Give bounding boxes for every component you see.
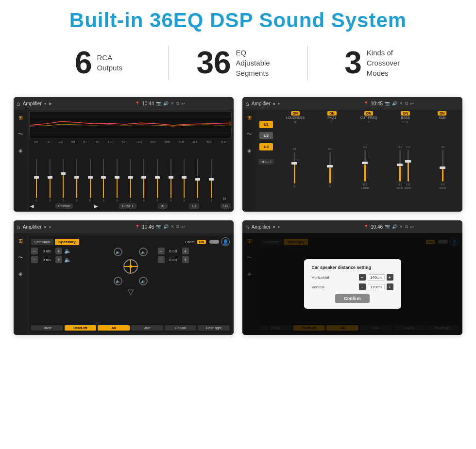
zone-all[interactable]: All <box>98 325 130 331</box>
home-icon-3[interactable]: ⌂ <box>17 223 20 231</box>
u1-btn[interactable]: U1 <box>259 121 273 128</box>
loudness-on[interactable]: ON <box>291 111 300 116</box>
dialog-horizontal-plus[interactable]: + <box>387 274 393 281</box>
phat-on[interactable]: ON <box>327 111 337 116</box>
window-icon-3[interactable]: ⧉ <box>176 224 179 230</box>
bass-f-slider[interactable] <box>399 150 401 182</box>
eq-band-8[interactable]: 0 <box>124 159 137 202</box>
avatar-icon[interactable]: 👤 <box>221 237 230 246</box>
cutfreq-on[interactable]: ON <box>364 111 374 116</box>
sidebar-fader-wave[interactable]: 〜 <box>16 252 25 262</box>
confirm-button[interactable]: Confirm <box>335 294 370 303</box>
bass-on[interactable]: ON <box>401 111 410 116</box>
sidebar-crossover-wave[interactable]: 〜 <box>244 129 254 139</box>
dot-icon-3: ■ <box>44 225 47 229</box>
phat-slider[interactable] <box>329 152 331 183</box>
close-icon-3[interactable]: ✕ <box>170 224 174 229</box>
sidebar-crossover-icon[interactable]: ⊞ <box>244 113 254 122</box>
eq-band-9[interactable]: 0 <box>137 159 150 202</box>
eq-band-13[interactable]: -1 <box>191 159 204 202</box>
back-icon-4[interactable]: ↩ <box>410 224 414 230</box>
eq-u2-btn[interactable]: U2 <box>189 203 199 209</box>
back-icon-3[interactable]: ↩ <box>181 224 185 230</box>
dialog-vertical-label: Vertical <box>312 285 336 289</box>
eq-fwd-btn[interactable]: ▶ <box>94 203 98 209</box>
u2-btn[interactable]: U2 <box>259 132 273 139</box>
screen-content-eq: ⊞ 〜 ◈ 253240506 <box>14 110 234 212</box>
zone-copilot[interactable]: Copilot <box>165 325 197 331</box>
play-icon[interactable]: ▶ <box>49 101 52 106</box>
eq-band-11[interactable]: 0 <box>165 159 177 202</box>
eq-band-more[interactable]: » <box>218 194 231 202</box>
fader-on-badge[interactable]: ON <box>197 240 206 244</box>
dialog-vertical-plus[interactable]: + <box>387 283 393 290</box>
sidebar-crossover-speaker[interactable]: ◈ <box>244 146 254 155</box>
tab-common[interactable]: Common <box>31 239 53 245</box>
close-icon-eq[interactable]: ✕ <box>170 101 174 106</box>
sidebar-wave-icon[interactable]: 〜 <box>16 129 25 139</box>
eq-band-5[interactable]: 0 <box>84 159 97 202</box>
screen-content-dialog: ⊞ 〜 ◈ Common Specialty ON 👤 <box>242 233 462 335</box>
ch-fl-minus[interactable]: − <box>31 248 38 254</box>
ch-rl-plus[interactable]: + <box>55 256 62 263</box>
eq-band-10[interactable]: 0 <box>151 159 164 202</box>
eq-u3-btn[interactable]: U3 <box>221 203 231 209</box>
zone-rearleft[interactable]: RearLeft <box>65 325 97 331</box>
eq-reset-btn[interactable]: RESET <box>119 203 136 209</box>
eq-band-14[interactable]: -1 <box>205 159 218 202</box>
ch-fr-minus[interactable]: − <box>158 248 165 254</box>
tab-specialty[interactable]: Specialty <box>55 239 79 245</box>
sub-slider[interactable] <box>442 150 443 182</box>
loudness-slider[interactable] <box>294 152 295 183</box>
sidebar-fader-cross[interactable]: ◈ <box>16 269 25 279</box>
zone-user[interactable]: User <box>131 325 163 331</box>
back-icon-eq[interactable]: ↩ <box>181 101 185 106</box>
close-icon-4[interactable]: ✕ <box>399 224 403 229</box>
sidebar-eq-icon[interactable]: ⊞ <box>16 113 25 122</box>
window-icon-2[interactable]: ⧉ <box>405 101 408 106</box>
home-icon-2[interactable]: ⌂ <box>245 100 249 107</box>
eq-u1-btn[interactable]: U1 <box>158 203 168 209</box>
u3-btn[interactable]: U3 <box>259 143 273 150</box>
dialog-vertical-minus[interactable]: − <box>359 283 366 290</box>
sidebar-fader-icon[interactable]: ⊞ <box>16 236 25 246</box>
eq-band-2[interactable]: 0 <box>44 159 56 202</box>
ch-rr-plus[interactable]: + <box>182 256 189 263</box>
camera-icon-2: 📷 <box>385 101 390 106</box>
eq-back-btn[interactable]: ◀ <box>30 203 34 209</box>
ch-fr-plus[interactable]: + <box>182 248 189 254</box>
fader-crosshair[interactable] <box>123 259 138 274</box>
dialog-horizontal-minus[interactable]: − <box>359 274 366 281</box>
ch-fl-plus[interactable]: + <box>55 248 62 254</box>
ch-rr-minus[interactable]: − <box>158 256 165 263</box>
sidebar-speaker-icon[interactable]: ◈ <box>16 146 25 155</box>
window-icon-eq[interactable]: ⧉ <box>176 101 179 106</box>
fader-down-arrow[interactable]: ▽ <box>128 287 134 297</box>
eq-band-6[interactable]: 0 <box>97 159 110 202</box>
fader-toggle[interactable] <box>209 240 219 244</box>
stat-crossover: 3 Kinds ofCrossover Modes <box>308 47 447 78</box>
fader-bottom-speakers: 🔈 🔈 <box>114 277 148 285</box>
crossover-channels: ON LOUDNESS ON PHAT ON CUT FREQ <box>276 111 461 210</box>
home-icon[interactable]: ⌂ <box>17 100 20 107</box>
topbar-eq: ⌂ Amplifier ● ▶ 📍 10:44 📷 🔊 ✕ ⧉ ↩ <box>14 97 234 110</box>
eq-band-7[interactable]: 0 <box>111 159 123 202</box>
crossover-reset-btn[interactable]: RESET <box>258 159 273 165</box>
window-icon-4[interactable]: ⧉ <box>405 224 408 230</box>
home-icon-4[interactable]: ⌂ <box>245 223 249 231</box>
eq-band-12[interactable]: 0 <box>178 159 190 202</box>
bass-col: ON BASS <box>388 111 424 119</box>
sub-on[interactable]: ON <box>438 111 447 116</box>
fader-zone-buttons: Driver RearLeft All User Copilot RearRig… <box>31 325 230 331</box>
cutfreq-slider[interactable] <box>364 150 366 182</box>
ch-rl-minus[interactable]: − <box>31 256 38 263</box>
bass-g-slider[interactable] <box>408 150 409 182</box>
eq-band-4[interactable]: 0 <box>70 159 83 202</box>
zone-driver[interactable]: Driver <box>31 325 63 331</box>
zone-rearright[interactable]: RearRight <box>198 325 230 331</box>
eq-band-1[interactable]: 0 <box>30 159 43 202</box>
close-icon-2[interactable]: ✕ <box>399 101 403 106</box>
eq-band-3[interactable]: 5 <box>57 159 69 202</box>
volume-icon-eq: 🔊 <box>163 101 169 106</box>
back-icon-2[interactable]: ↩ <box>410 101 414 106</box>
